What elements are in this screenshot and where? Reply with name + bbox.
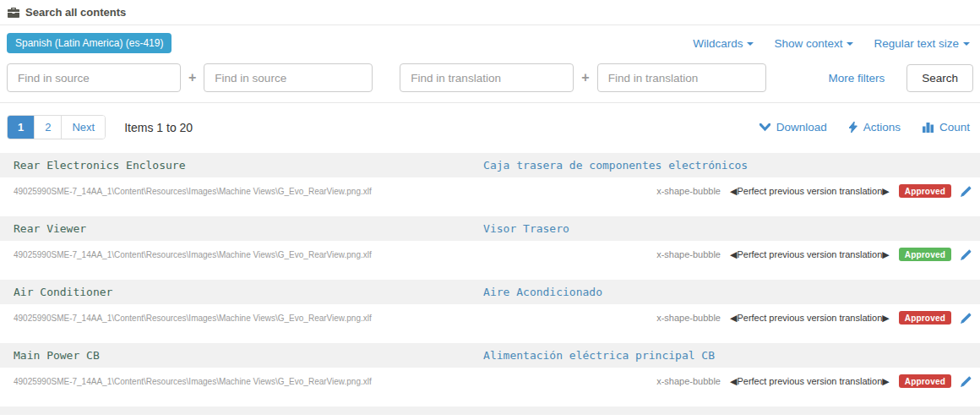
file-path: 49025990SME-7_14AA_1\Content\Resources\I… — [14, 250, 372, 259]
toolbar-links: Wildcards Show context Regular text size — [693, 37, 973, 50]
edit-pencil-icon[interactable] — [961, 376, 972, 387]
result-row-partial — [0, 406, 980, 415]
translation-segment: Alimentación eléctrica principal CB — [483, 349, 966, 362]
file-path: 49025990SME-7_14AA_1\Content\Resources\I… — [14, 314, 372, 323]
toolbar: Spanish (Latin America) (es-419) Wildcar… — [0, 25, 980, 60]
results-list: Rear Electronics Enclosure Caja trasera … — [0, 153, 980, 395]
bar-chart-icon — [923, 123, 934, 133]
show-context-dropdown[interactable]: Show context — [774, 37, 853, 50]
segment-meta: x-shape-bubble ◀Perfect previous version… — [656, 374, 972, 388]
show-context-label: Show context — [774, 37, 842, 50]
plus-icon: + — [581, 70, 589, 85]
match-type-label: ◀Perfect previous version translation▶ — [730, 186, 890, 197]
chevron-down-icon — [747, 42, 754, 46]
edit-pencil-icon[interactable] — [961, 249, 972, 260]
more-filters-link[interactable]: More filters — [828, 72, 885, 85]
count-label: Count — [939, 121, 970, 134]
find-in-translation-input-1[interactable] — [400, 63, 574, 92]
shape-label: x-shape-bubble — [656, 186, 721, 196]
edit-pencil-icon[interactable] — [961, 186, 972, 197]
items-count-label: Items 1 to 20 — [124, 121, 193, 134]
file-path: 49025990SME-7_14AA_1\Content\Resources\I… — [14, 187, 372, 196]
page-header: Search all contents — [0, 0, 980, 25]
page-title: Search all contents — [25, 6, 126, 19]
next-page-button[interactable]: Next — [62, 116, 105, 139]
text-size-dropdown[interactable]: Regular text size — [874, 37, 970, 50]
page-1-button[interactable]: 1 — [8, 116, 35, 139]
find-in-source-input-1[interactable] — [7, 63, 181, 92]
segment-row: Rear Electronics Enclosure Caja trasera … — [0, 153, 980, 177]
result-row: Rear Electronics Enclosure Caja trasera … — [0, 153, 980, 205]
shape-label: x-shape-bubble — [656, 313, 721, 323]
segment-meta-row: 49025990SME-7_14AA_1\Content\Resources\I… — [0, 304, 980, 331]
segment-meta-row: 49025990SME-7_14AA_1\Content\Resources\I… — [0, 241, 980, 268]
result-row: Air Conditioner Aire Acondicionado 49025… — [0, 280, 980, 331]
source-segment: Rear Electronics Enclosure — [14, 159, 483, 172]
edit-pencil-icon[interactable] — [961, 313, 972, 324]
actions-label: Actions — [863, 121, 901, 134]
segment-meta-row: 49025990SME-7_14AA_1\Content\Resources\I… — [0, 177, 980, 205]
wildcards-label: Wildcards — [693, 37, 743, 50]
status-badge: Approved — [899, 311, 951, 325]
find-in-source-input-2[interactable] — [204, 63, 373, 92]
segment-meta-row: 49025990SME-7_14AA_1\Content\Resources\I… — [0, 368, 980, 395]
status-badge: Approved — [899, 184, 951, 198]
page-2-button[interactable]: 2 — [35, 116, 62, 139]
download-label: Download — [776, 121, 827, 134]
briefcase-icon — [8, 8, 19, 18]
match-type-label: ◀Perfect previous version translation▶ — [730, 376, 890, 387]
segment-meta: x-shape-bubble ◀Perfect previous version… — [656, 248, 972, 261]
filters-row: + + More filters Search — [0, 60, 980, 102]
translation-segment: Visor Trasero — [483, 222, 966, 235]
match-type-label: ◀Perfect previous version translation▶ — [730, 313, 890, 324]
shape-label: x-shape-bubble — [656, 249, 721, 259]
match-type-label: ◀Perfect previous version translation▶ — [730, 249, 890, 260]
result-row: Main Power CB Alimentación eléctrica pri… — [0, 343, 980, 395]
shape-label: x-shape-bubble — [656, 376, 721, 386]
source-segment: Main Power CB — [14, 349, 483, 362]
status-badge: Approved — [899, 374, 951, 388]
wildcards-dropdown[interactable]: Wildcards — [693, 37, 754, 50]
source-segment: Rear Viewer — [14, 222, 483, 235]
download-link[interactable]: Download — [760, 121, 827, 134]
source-segment: Air Conditioner — [14, 286, 483, 298]
chevron-down-icon — [847, 42, 853, 46]
segment-meta: x-shape-bubble ◀Perfect previous version… — [656, 184, 972, 198]
text-size-label: Regular text size — [874, 37, 959, 50]
translation-segment: Caja trasera de componentes electrónicos — [483, 159, 966, 172]
chevron-down-icon — [963, 42, 970, 46]
pager: 1 2 Next — [7, 115, 106, 139]
actions-link[interactable]: Actions — [849, 121, 901, 134]
segment-row: Air Conditioner Aire Acondicionado — [0, 280, 980, 304]
lightning-icon — [849, 122, 858, 133]
translation-segment: Aire Acondicionado — [483, 286, 966, 298]
count-link[interactable]: Count — [923, 121, 970, 134]
status-badge: Approved — [899, 248, 951, 261]
result-row: Rear Viewer Visor Trasero 49025990SME-7_… — [0, 216, 980, 268]
segment-row: Rear Viewer Visor Trasero — [0, 216, 980, 241]
segment-row: Main Power CB Alimentación eléctrica pri… — [0, 343, 980, 368]
language-badge[interactable]: Spanish (Latin America) (es-419) — [7, 33, 172, 53]
search-button[interactable]: Search — [906, 64, 973, 92]
pagination-row: 1 2 Next Items 1 to 20 Download Actions … — [0, 103, 980, 151]
chevron-down-icon — [760, 123, 770, 132]
find-in-translation-input-2[interactable] — [597, 63, 766, 92]
plus-icon: + — [188, 70, 196, 85]
result-actions: Download Actions Count — [760, 121, 973, 134]
segment-meta: x-shape-bubble ◀Perfect previous version… — [656, 311, 972, 325]
file-path: 49025990SME-7_14AA_1\Content\Resources\I… — [14, 377, 372, 386]
